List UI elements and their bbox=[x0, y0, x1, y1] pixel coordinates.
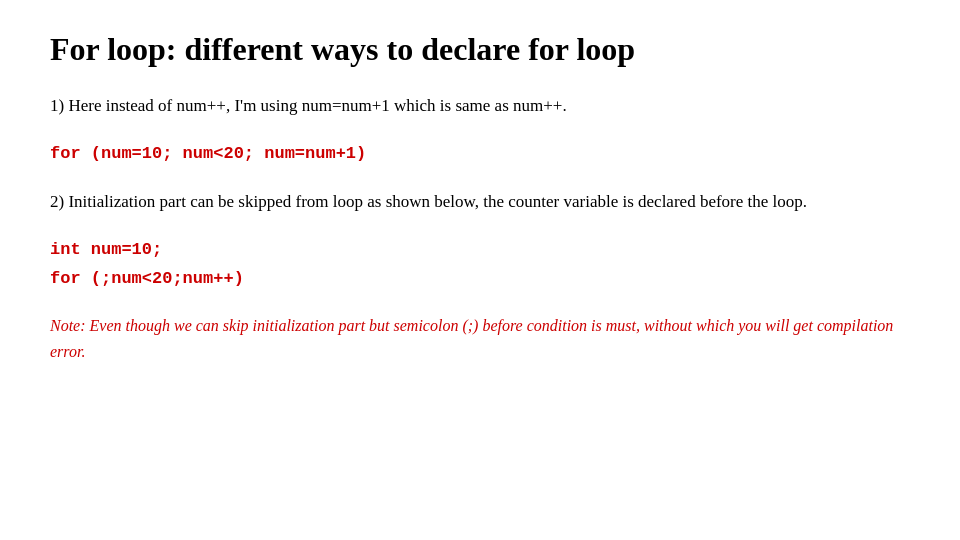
point2-text: 2) Initialization part can be skipped fr… bbox=[50, 188, 910, 215]
code-block-1: for (num=10; num<20; num=num+1) bbox=[50, 140, 910, 169]
code-line-2a: int num=10; bbox=[50, 240, 162, 259]
code-block-2: int num=10; for (;num<20;num++) bbox=[50, 236, 910, 294]
point1-text: 1) Here instead of num++, I'm using num=… bbox=[50, 92, 910, 119]
note-text: Note: Even though we can skip initializa… bbox=[50, 313, 910, 364]
code-line-1: for (num=10; num<20; num=num+1) bbox=[50, 144, 366, 163]
code-line-2b: for (;num<20;num++) bbox=[50, 269, 244, 288]
slide-title: For loop: different ways to declare for … bbox=[50, 30, 910, 68]
